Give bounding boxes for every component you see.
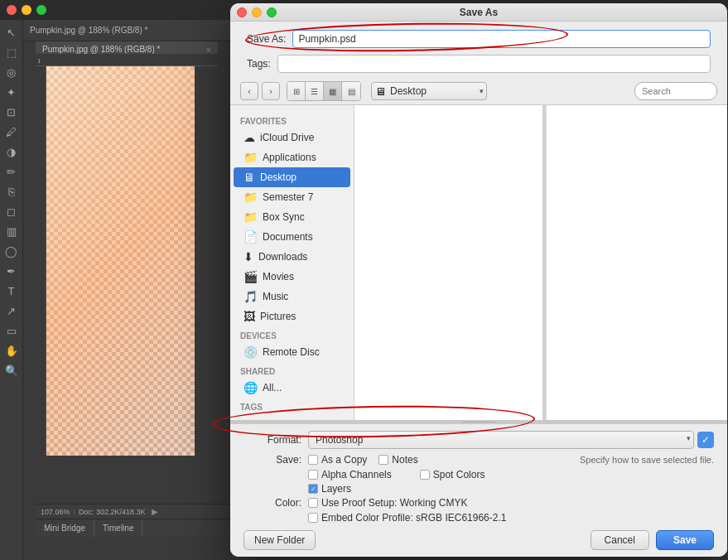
dialog-format-row: Format: Photoshop BMP JPEG PNG TIFF ▾ ✓	[243, 431, 714, 449]
notes-label: Notes	[392, 454, 417, 466]
ps-bottom-tabs: Mini Bridge Timeline	[36, 519, 234, 537]
dialog-button-row: New Folder Cancel Save	[243, 530, 714, 550]
zoom-tool[interactable]: 🔍	[2, 361, 21, 379]
mini-bridge-tab[interactable]: Mini Bridge	[36, 519, 94, 537]
notes-item: Notes	[378, 454, 417, 466]
dialog-title: Save As	[460, 7, 498, 18]
brush-tool[interactable]: ✏	[2, 162, 21, 181]
text-tool[interactable]: T	[2, 282, 21, 300]
dialog-search-input[interactable]	[634, 82, 717, 100]
dialog-min-btn[interactable]	[252, 7, 262, 17]
move-tool[interactable]: ↖	[2, 23, 21, 41]
gradient-tool[interactable]: ▥	[2, 222, 21, 240]
remote-disc-label: Remote Disc	[263, 346, 320, 358]
timeline-tab[interactable]: Timeline	[94, 519, 142, 537]
ps-close-dot[interactable]	[7, 5, 17, 15]
layers-label: Layers	[321, 483, 351, 495]
format-checkmark: ✓	[697, 432, 714, 448]
sidebar-item-desktop[interactable]: 🖥 Desktop	[234, 167, 350, 187]
format-select[interactable]: Photoshop BMP JPEG PNG TIFF	[308, 431, 694, 449]
pen-tool[interactable]: ✒	[2, 262, 21, 280]
embed-profile-checkbox[interactable]	[308, 513, 318, 523]
sidebar-item-music[interactable]: 🎵 Music	[234, 287, 350, 307]
crop-tool[interactable]: ⊡	[2, 103, 21, 121]
sidebar-item-remote-disc[interactable]: 💿 Remote Disc	[234, 342, 350, 362]
dialog-back-btn[interactable]: ‹	[240, 82, 258, 100]
spot-heal-tool[interactable]: ◑	[2, 142, 21, 161]
as-copy-item: As a Copy	[308, 454, 367, 466]
sidebar-item-applications[interactable]: 📁 Applications	[234, 147, 350, 167]
dialog-view-list-btn[interactable]: ☰	[306, 82, 324, 100]
view4-icon: ▤	[348, 87, 355, 96]
sidebar-item-downloads[interactable]: ⬇ Downloads	[234, 247, 350, 267]
dialog-traffic-lights	[237, 7, 277, 17]
save-as-dialog: Save As Save As: Tags: ‹ › ⊞ ☰ ▦	[230, 3, 727, 557]
ps-min-dot[interactable]	[22, 5, 31, 15]
back-icon: ‹	[248, 86, 251, 96]
dialog-close-btn[interactable]	[237, 7, 247, 17]
dialog-view-column-btn[interactable]: ▦	[324, 82, 342, 100]
as-copy-checkbox[interactable]	[308, 455, 318, 465]
icloud-label: iCloud Drive	[260, 132, 314, 143]
dialog-view-icon-btn[interactable]: ⊞	[287, 82, 306, 100]
new-folder-button[interactable]: New Folder	[243, 530, 316, 550]
applications-icon: 📁	[243, 151, 258, 164]
ps-toolbar: ↖ ⬚ ◎ ✦ ⊡ 🖊 ◑ ✏ ⎘ ◻ ▥ ◯ ✒ T ↗ ▭ ✋ 🔍	[0, 20, 23, 560]
eyedropper-tool[interactable]: 🖊	[2, 123, 21, 141]
sidebar-item-semester7[interactable]: 📁 Semester 7	[234, 187, 350, 207]
dialog-tags-area: Tags:	[230, 53, 727, 78]
dialog-location-select[interactable]: Desktop Documents Downloads	[371, 82, 487, 100]
select-tool[interactable]: ⬚	[2, 43, 21, 61]
magic-wand-tool[interactable]: ✦	[2, 83, 21, 101]
layers-item: ✓ Layers	[308, 483, 351, 495]
sidebar-item-box-sync[interactable]: 📁 Box Sync	[234, 207, 350, 227]
canvas-image-overlay	[46, 58, 195, 456]
applications-label: Applications	[263, 152, 316, 163]
notes-checkbox[interactable]	[378, 455, 388, 465]
path-select-tool[interactable]: ↗	[2, 302, 21, 320]
cancel-button[interactable]: Cancel	[591, 530, 649, 550]
clone-tool[interactable]: ⎘	[2, 182, 21, 200]
sidebar-item-pictures[interactable]: 🖼 Pictures	[234, 307, 350, 326]
box-sync-icon: 📁	[243, 210, 258, 224]
dialog-forward-btn[interactable]: ›	[262, 82, 280, 100]
dialog-sidebar: Favorites ☁ iCloud Drive 📁 Applications …	[230, 105, 354, 420]
desktop-label: Desktop	[260, 171, 297, 183]
semester7-label: Semester 7	[263, 191, 313, 203]
lasso-tool[interactable]: ◎	[2, 63, 21, 81]
canvas-tab-close[interactable]: ×	[206, 45, 211, 55]
dialog-tags-input[interactable]	[277, 55, 711, 73]
all-label: All...	[263, 382, 282, 393]
shape-tool[interactable]: ▭	[2, 321, 21, 340]
ps-doc-size: Doc: 302.2K/418.3K	[79, 508, 146, 516]
alpha-channels-checkbox[interactable]	[308, 470, 318, 480]
layers-checkbox[interactable]: ✓	[308, 484, 318, 494]
ps-separator1: |	[74, 508, 75, 516]
use-proof-checkbox[interactable]	[308, 498, 318, 508]
hand-tool[interactable]: ✋	[2, 341, 21, 360]
sidebar-favorites-label: Favorites	[230, 112, 354, 128]
dialog-browser: Favorites ☁ iCloud Drive 📁 Applications …	[230, 105, 727, 420]
dialog-filename-input[interactable]	[292, 30, 711, 48]
dialog-filelist	[354, 105, 542, 420]
sidebar-shared-label: Shared	[230, 362, 354, 378]
sidebar-item-icloud-drive[interactable]: ☁ iCloud Drive	[234, 128, 350, 147]
dialog-second-column	[546, 105, 728, 420]
save-button[interactable]: Save	[656, 530, 714, 550]
eraser-tool[interactable]: ◻	[2, 202, 21, 220]
ps-max-dot[interactable]	[36, 5, 46, 15]
sidebar-item-all[interactable]: 🌐 All...	[234, 378, 350, 398]
sidebar-item-movies[interactable]: 🎬 Movies	[234, 267, 350, 287]
embed-profile-label: Embed Color Profile: sRGB IEC61966-2.1	[321, 512, 506, 524]
dodge-tool[interactable]: ◯	[2, 242, 21, 260]
use-proof-item: Use Proof Setup: Working CMYK	[308, 497, 468, 509]
dialog-view-cover-btn[interactable]: ▤	[342, 82, 360, 100]
sidebar-item-documents[interactable]: 📄 Documents	[234, 227, 350, 247]
dialog-max-btn[interactable]	[267, 7, 277, 17]
ps-triangle-btn[interactable]: ▶	[152, 507, 158, 516]
ps-sample-label: Pumpkin.jpg @ 188% (RGB/8) *	[30, 26, 147, 35]
save-label: Save:	[243, 454, 301, 466]
view1-icon: ⊞	[293, 87, 300, 96]
spot-colors-checkbox[interactable]	[420, 470, 430, 480]
dialog-save-row: Save: As a Copy Notes Specify how to sav…	[243, 454, 714, 466]
